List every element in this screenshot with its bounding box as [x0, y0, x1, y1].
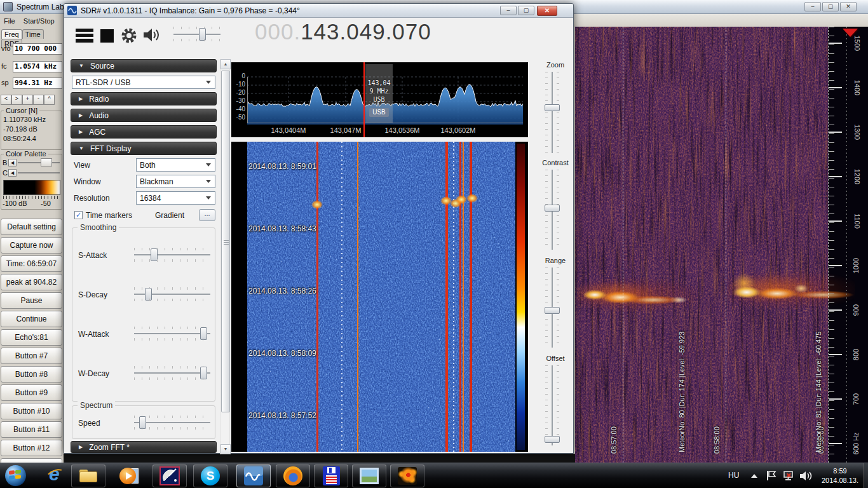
panel-fft-header[interactable]: ▼FFT Display — [71, 142, 217, 155]
zoom-slider[interactable] — [552, 72, 553, 153]
menu-file[interactable]: File — [4, 17, 15, 25]
palette-b-slider[interactable] — [18, 162, 60, 163]
panel-source-header[interactable]: ▼Source — [71, 59, 217, 72]
sdrsharp-close-button[interactable]: ✕ — [537, 6, 557, 16]
freq-left-button[interactable]: < — [1, 95, 11, 105]
frequency-main-digits[interactable]: 143.049.070 — [301, 19, 431, 44]
menu-hamburger-icon[interactable] — [76, 29, 93, 43]
freq-plus-button[interactable]: + — [22, 95, 33, 105]
spectrum-lab-minimize-button[interactable]: – — [804, 2, 821, 11]
tray-language[interactable]: HU — [728, 471, 739, 480]
taskbar-firefox-button[interactable] — [276, 464, 310, 487]
tray-action-center-flag-icon[interactable] — [766, 470, 776, 481]
scrollbar-up-arrow[interactable]: ▲ — [220, 59, 231, 69]
time-markers-checkbox[interactable]: ✓ — [74, 211, 83, 219]
range-slider[interactable] — [552, 268, 553, 348]
sidebar-scrollbar[interactable]: ▲ ▼ — [220, 59, 230, 454]
freq-right-button[interactable]: > — [11, 95, 22, 105]
button-echos[interactable]: Echo's:81 — [1, 329, 62, 346]
sdrsharp-minimize-button[interactable]: – — [500, 6, 517, 15]
palette-c-slider[interactable] — [18, 172, 60, 173]
fc-input[interactable]: 1.0574 kHz — [13, 61, 62, 72]
tuning-red-line[interactable] — [363, 62, 365, 137]
settings-gear-icon[interactable] — [120, 27, 138, 44]
view-select[interactable]: Both — [136, 158, 215, 172]
audio-speaker-icon[interactable] — [143, 27, 161, 43]
button-9[interactable]: Button #9 — [1, 384, 62, 401]
meteor-waterfall[interactable]: 08:57:00 08:58:00 08:59:00 MeteorNo: 80 … — [575, 27, 868, 463]
taskbar-imageviewer-button[interactable] — [352, 464, 386, 487]
button-pause[interactable]: Pause — [1, 292, 62, 309]
menu-start-stop[interactable]: Start/Stop — [24, 17, 55, 25]
palette-b-arrow-button[interactable]: ◄ — [8, 159, 17, 166]
button-peak[interactable]: peak at 904.82 — [1, 274, 62, 290]
frequency-display[interactable]: 000.143.049.070 — [255, 19, 431, 47]
tab-freq[interactable]: Freq — [1, 29, 22, 39]
taskbar-xnview-button[interactable] — [390, 464, 424, 487]
scrollbar-thumb[interactable] — [221, 71, 230, 412]
stop-button[interactable] — [100, 29, 114, 43]
taskbar-explorer-button[interactable] — [71, 464, 105, 487]
taskbar-diskapp-button[interactable] — [314, 464, 348, 487]
taskbar-sdrsharp-button[interactable] — [236, 464, 271, 487]
button-default-settings[interactable]: Default setting — [1, 219, 62, 235]
button-7[interactable]: Button #7 — [1, 348, 62, 364]
sdr-waterfall-panel[interactable]: 2014.08.13. 8:59:01 2014.08.13. 8:58:43 … — [231, 142, 528, 452]
start-button[interactable] — [5, 465, 26, 486]
button-8[interactable]: Button #8 — [1, 366, 62, 383]
vfo-input[interactable]: 10 700 000 — [13, 43, 62, 55]
volume-slider[interactable] — [173, 34, 220, 35]
contrast-slider-thumb[interactable] — [545, 205, 560, 212]
sdrsharp-maximize-button[interactable]: ▢ — [518, 6, 534, 15]
taskbar-wmp-button[interactable] — [112, 464, 146, 487]
panel-audio-header[interactable]: ▶Audio — [71, 109, 217, 122]
s-attack-slider[interactable] — [134, 254, 210, 255]
button-10[interactable]: Button #10 — [1, 403, 62, 419]
tray-hidden-icons-arrow[interactable] — [751, 474, 757, 478]
ruler-cursor-marker[interactable] — [843, 29, 858, 37]
show-desktop-button[interactable] — [864, 463, 868, 488]
button-11[interactable]: Button #11 — [1, 421, 62, 438]
tray-network-icon[interactable] — [783, 470, 794, 482]
freq-minus-button[interactable]: - — [33, 95, 44, 105]
tab-time[interactable]: Time — [22, 29, 44, 39]
taskbar-skype-button[interactable]: S — [193, 464, 227, 487]
offset-slider[interactable] — [552, 365, 553, 445]
button-capture-now[interactable]: Capture now — [1, 237, 62, 254]
gradient-edit-button[interactable]: ... — [199, 209, 215, 221]
sdrsharp-titlebar[interactable]: SDR# v1.0.0.1311 - IQ Imbalance: Gain = … — [64, 4, 573, 18]
s-decay-slider[interactable] — [134, 294, 210, 295]
contrast-slider[interactable] — [552, 170, 553, 250]
spectrum-panel[interactable]: 0 -10 -20 -30 -40 -50 143,0404M 143,047M… — [231, 62, 528, 137]
palette-c-arrow-button[interactable]: ◄ — [8, 169, 17, 177]
waterfall-timestamp: 2014.08.13. 8:58:09 — [248, 349, 316, 358]
signal-burst — [311, 200, 323, 209]
tray-clock-time: 8:59 — [817, 466, 863, 476]
palette-b-thumb[interactable] — [41, 158, 52, 166]
speed-slider[interactable] — [134, 422, 210, 423]
w-attack-slider[interactable] — [134, 333, 210, 334]
taskbar-spectrumlab-button[interactable] — [153, 464, 187, 487]
resolution-select[interactable]: 16384 — [136, 191, 215, 205]
panel-zoomfft-header[interactable]: ▶Zoom FFT * — [71, 441, 217, 453]
source-device-select[interactable]: RTL-SDR / USB — [72, 76, 215, 89]
window-select[interactable]: Blackman — [136, 175, 215, 188]
freq-up-button[interactable]: ^ — [44, 95, 55, 105]
panel-radio-header[interactable]: ▶Radio — [71, 92, 217, 105]
sp-input[interactable]: 994.31 Hz — [13, 78, 62, 89]
zoom-slider-thumb[interactable] — [545, 104, 560, 111]
w-decay-slider[interactable] — [134, 372, 210, 374]
offset-slider-thumb[interactable] — [545, 436, 560, 443]
spectrum-lab-maximize-button[interactable]: ▢ — [822, 2, 839, 11]
button-continue[interactable]: Continue — [1, 311, 62, 327]
tray-volume-icon[interactable] — [799, 470, 813, 482]
button-time[interactable]: Time: 06:59:07 — [1, 255, 62, 272]
button-12[interactable]: Button #12 — [1, 440, 62, 456]
frequency-dim-digits[interactable]: 000. — [255, 19, 301, 44]
panel-agc-header[interactable]: ▶AGC — [71, 125, 217, 139]
spectrum-lab-close-button[interactable]: ✕ — [840, 2, 857, 11]
scrollbar-down-arrow[interactable]: ▼ — [220, 444, 231, 454]
tray-clock[interactable]: 8:59 2014.08.13. — [817, 466, 863, 485]
range-slider-thumb[interactable] — [545, 307, 560, 314]
internet-explorer-icon[interactable]: e — [46, 466, 67, 486]
